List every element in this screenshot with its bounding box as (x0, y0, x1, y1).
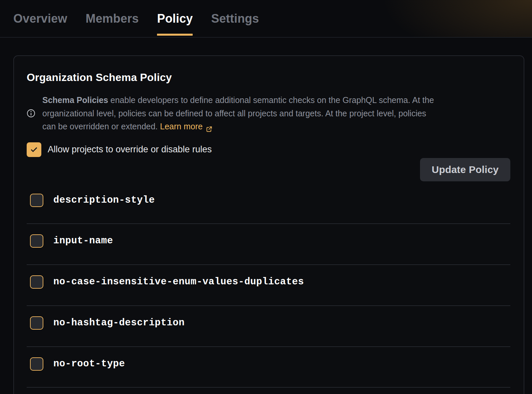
rule-name: no-case-insensitive-enum-values-duplicat… (53, 275, 304, 289)
page-title: Organization Schema Policy (27, 71, 510, 84)
rules-list: description-style input-name no-case-ins… (27, 183, 510, 388)
tab-policy[interactable]: Policy (157, 0, 193, 37)
description-lead: Schema Policies (42, 95, 108, 105)
rule-name: input-name (53, 234, 113, 248)
rule-checkbox-no-case-insensitive-enum-values-duplicates[interactable] (30, 275, 43, 289)
rule-row-no-hashtag-description: no-hashtag-description (27, 306, 510, 347)
check-icon (30, 145, 38, 154)
rule-row-no-root-type: no-root-type (27, 347, 510, 388)
description-line-2: organizational level, policies can be de… (42, 107, 434, 120)
rule-row-input-name: input-name (27, 224, 510, 265)
description-line-1: Schema Policies enable developers to def… (42, 94, 434, 107)
rule-name: no-hashtag-description (53, 316, 185, 330)
rule-checkbox-input-name[interactable] (30, 234, 43, 248)
override-setting-row: Allow projects to override or disable ru… (27, 142, 510, 157)
rule-checkbox-no-root-type[interactable] (30, 357, 43, 371)
rule-checkbox-description-style[interactable] (30, 194, 43, 207)
rule-row-description-style: description-style (27, 183, 510, 224)
tab-overview[interactable]: Overview (13, 0, 67, 37)
policy-panel: Organization Schema Policy Schema Polici… (13, 55, 524, 394)
external-link-icon (206, 123, 213, 130)
rule-row-no-case-insensitive-enum-values-duplicates: no-case-insensitive-enum-values-duplicat… (27, 265, 510, 306)
policy-description: Schema Policies enable developers to def… (27, 94, 507, 133)
update-policy-button[interactable]: Update Policy (420, 158, 510, 181)
description-line-3: can be overridden or extended. Learn mor… (42, 120, 434, 133)
tab-members[interactable]: Members (86, 0, 139, 37)
tab-settings[interactable]: Settings (211, 0, 259, 37)
learn-more-link[interactable]: Learn more (160, 120, 213, 133)
info-icon (27, 109, 35, 118)
rule-name: no-root-type (53, 357, 125, 371)
allow-override-checkbox[interactable] (27, 142, 41, 157)
rule-checkbox-no-hashtag-description[interactable] (30, 316, 43, 330)
allow-override-label: Allow projects to override or disable ru… (48, 144, 212, 155)
top-navigation: Overview Members Policy Settings (0, 0, 532, 38)
tab-bar: Overview Members Policy Settings (0, 0, 532, 37)
rule-name: description-style (53, 194, 155, 207)
